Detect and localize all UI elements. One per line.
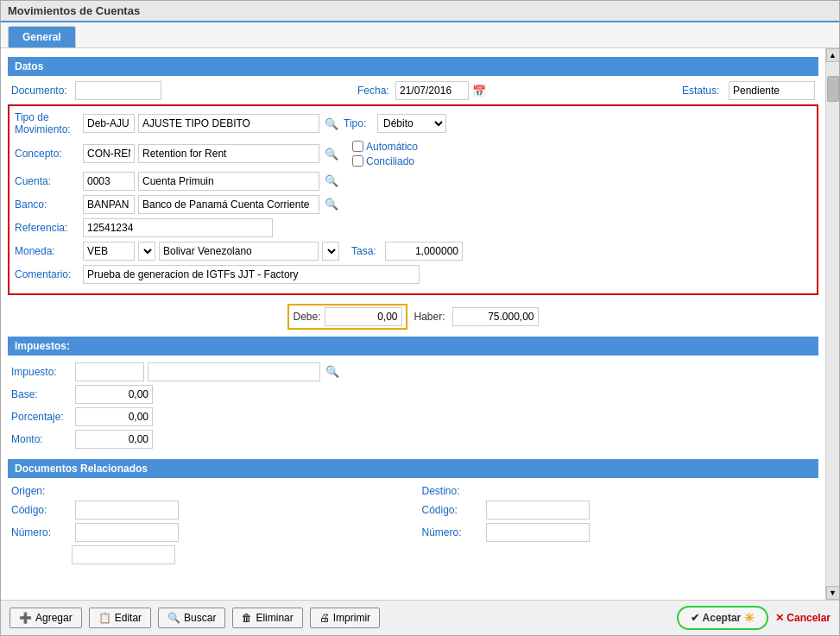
referencia-input[interactable]	[83, 218, 273, 237]
moneda-code-select[interactable]: ▼	[138, 242, 155, 261]
agregar-button[interactable]: ➕ Agregar	[9, 608, 82, 628]
automatico-checkbox-label[interactable]: Automático	[352, 141, 418, 153]
impuesto-row: Impuesto: 🔍	[11, 362, 815, 381]
destino-row: Destino:	[422, 485, 816, 497]
base-row: Base:	[11, 385, 815, 404]
x-icon: ✕	[775, 612, 784, 624]
estatus-input[interactable]	[729, 81, 815, 100]
cuenta-search-icon[interactable]: 🔍	[323, 173, 340, 190]
docs-col-right: Destino: Código: Número:	[422, 485, 816, 568]
base-label: Base:	[11, 388, 72, 400]
tipo-mov-row: Tipo deMovimiento: 🔍 Tipo: Débito Crédit…	[15, 111, 812, 136]
tasa-input[interactable]	[385, 242, 463, 261]
cancelar-button[interactable]: ✕ Cancelar	[775, 612, 831, 624]
calendar-icon[interactable]: 📅	[472, 85, 486, 98]
buscar-button[interactable]: 🔍 Buscar	[158, 608, 225, 628]
moneda-desc-input[interactable]	[159, 242, 319, 261]
codigo-right-label: Código:	[422, 504, 483, 516]
codigo-right-input[interactable]	[486, 501, 590, 520]
imprimir-button[interactable]: 🖨 Imprimir	[310, 608, 380, 628]
datos-header: Datos	[8, 57, 818, 76]
codigo-right-row: Código:	[422, 501, 816, 520]
tab-bar: General	[1, 22, 839, 48]
banco-search-icon[interactable]: 🔍	[323, 196, 340, 213]
extra-left-input[interactable]	[72, 545, 175, 564]
numero-left-label: Número:	[11, 526, 72, 538]
automatico-checkbox[interactable]	[352, 141, 363, 152]
documento-label: Documento:	[11, 85, 72, 97]
referencia-label: Referencia:	[15, 222, 79, 234]
eliminar-button[interactable]: 🗑 Eliminar	[232, 608, 302, 628]
documento-input[interactable]	[75, 81, 161, 100]
numero-left-row: Número:	[11, 523, 405, 542]
destino-label: Destino:	[422, 485, 483, 497]
moneda-label: Moneda:	[15, 245, 79, 257]
concepto-desc-input[interactable]	[138, 144, 319, 163]
tipo-search-icon[interactable]: 🔍	[323, 115, 340, 132]
banco-code-input[interactable]	[83, 195, 135, 214]
codigo-left-row: Código:	[11, 501, 405, 520]
tipo-select[interactable]: Débito Crédito	[377, 114, 446, 133]
concepto-row: Concepto: 🔍 Automático Conciliado	[15, 141, 812, 167]
buscar-icon: 🔍	[167, 612, 180, 624]
monto-input[interactable]	[75, 430, 153, 449]
comentario-row: Comentario:	[15, 265, 812, 284]
tasa-label: Tasa:	[351, 245, 382, 257]
aceptar-button[interactable]: ✔ Aceptar ✳	[677, 606, 769, 630]
moneda-row: Moneda: ▼ ▼ Tasa:	[15, 242, 812, 261]
debe-input[interactable]	[325, 307, 402, 326]
impuesto-search-icon[interactable]: 🔍	[324, 363, 341, 381]
porcentaje-input[interactable]	[75, 407, 153, 426]
impuesto-code-input[interactable]	[75, 362, 144, 381]
moneda-code-input[interactable]	[83, 242, 135, 261]
estatus-label: Estatus:	[682, 85, 725, 97]
scroll-thumb[interactable]	[827, 76, 839, 102]
impuesto-label: Impuesto:	[11, 366, 72, 378]
bottom-bar: ➕ Agregar 📋 Editar 🔍 Buscar 🗑 Eliminar 🖨…	[1, 600, 839, 635]
banco-desc-input[interactable]	[138, 195, 319, 214]
origen-row: Origen:	[11, 485, 405, 497]
codigo-left-input[interactable]	[75, 501, 179, 520]
docs-two-col: Origen: Código: Número:	[11, 485, 815, 568]
eliminar-icon: 🗑	[242, 612, 252, 624]
concepto-label: Concepto:	[15, 148, 79, 160]
cuenta-row: Cuenta: 🔍	[15, 172, 812, 191]
tipo-desc-input[interactable]	[138, 114, 319, 133]
cuenta-desc-input[interactable]	[138, 172, 319, 191]
tab-general[interactable]: General	[8, 26, 76, 47]
impuesto-desc-input[interactable]	[148, 362, 320, 381]
impuestos-area: Impuesto: 🔍 Base: Porcentaje: Monto:	[8, 361, 818, 454]
monto-row: Monto:	[11, 430, 815, 449]
tipo-code-input[interactable]	[83, 114, 135, 133]
numero-right-input[interactable]	[486, 523, 590, 542]
top-row: Documento: Fecha: 📅 Estatus:	[8, 81, 818, 100]
concepto-code-input[interactable]	[83, 144, 135, 163]
haber-input[interactable]	[452, 307, 539, 326]
sun-icon: ✳	[744, 611, 755, 625]
scroll-down[interactable]: ▼	[826, 586, 840, 600]
window-title: Movimientos de Cuentas	[1, 1, 839, 22]
editar-button[interactable]: 📋 Editar	[89, 608, 151, 628]
docs-col-left: Origen: Código: Número:	[11, 485, 405, 568]
numero-left-input[interactable]	[75, 523, 179, 542]
haber-label: Haber:	[414, 311, 445, 323]
comentario-label: Comentario:	[15, 268, 79, 280]
comentario-input[interactable]	[83, 265, 420, 284]
agregar-icon: ➕	[19, 612, 32, 624]
debe-haber-row: Debe: Haber:	[8, 300, 818, 333]
codigo-left-label: Código:	[11, 504, 72, 516]
imprimir-icon: 🖨	[319, 612, 330, 624]
cuenta-code-input[interactable]	[83, 172, 135, 191]
scrollbar: ▲ ▼	[825, 48, 839, 600]
fecha-input[interactable]	[395, 81, 469, 100]
checkmark-icon: ✔	[691, 612, 699, 624]
moneda-desc-select[interactable]: ▼	[322, 242, 339, 261]
scroll-up[interactable]: ▲	[826, 48, 840, 62]
concepto-search-icon[interactable]: 🔍	[323, 145, 340, 162]
form-area: Tipo deMovimiento: 🔍 Tipo: Débito Crédit…	[8, 104, 818, 295]
conciliado-checkbox[interactable]	[352, 155, 363, 167]
tipo-mov-label: Tipo deMovimiento:	[15, 111, 79, 136]
base-input[interactable]	[75, 385, 153, 404]
conciliado-checkbox-label[interactable]: Conciliado	[352, 155, 418, 167]
editar-icon: 📋	[98, 612, 111, 624]
